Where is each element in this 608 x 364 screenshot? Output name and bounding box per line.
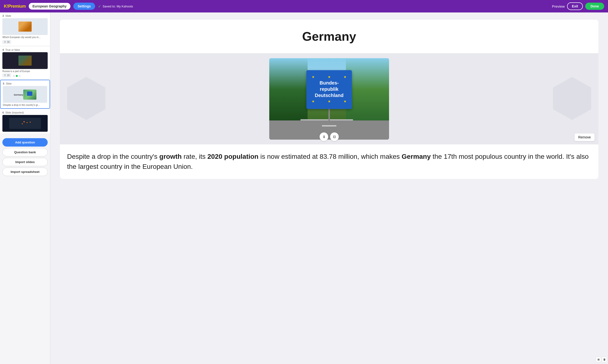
trees-right	[346, 58, 389, 120]
text-bold1: growth	[159, 153, 182, 160]
import-spreadsheet-button[interactable]: Import spreadsheet	[2, 168, 48, 176]
star-icon: ★	[328, 75, 331, 79]
sidebar-item-slide3[interactable]: 3 Slide Which European city would you m.…	[0, 13, 50, 46]
sidebar-item-slide4[interactable]: 4 True or false Russia is a part of Euro…	[0, 46, 50, 79]
nav-right-actions: Preview Exit Done	[552, 2, 604, 10]
progress-indicator	[13, 75, 21, 77]
image-info-button[interactable]: ℹ	[319, 132, 328, 141]
slide-thumbnail	[2, 18, 48, 35]
hex-decoration-left	[67, 77, 106, 121]
check-icon: ✓	[98, 4, 101, 9]
dot	[13, 75, 15, 77]
slide-image	[18, 22, 32, 32]
quiz-title-tag: European Geography	[29, 3, 70, 10]
slide-description: Despite a drop in the country's growth r…	[67, 152, 591, 172]
timer-icon: ⏱	[4, 74, 6, 77]
exit-button[interactable]: Exit	[567, 2, 583, 10]
slide-image	[18, 56, 32, 66]
germany-scene: ★ ★ ★ Bundes- republik Deutschland ★ ★ ★	[269, 58, 389, 140]
slide-thumbnail: Germany	[3, 86, 47, 103]
hex-decoration-right	[553, 77, 591, 121]
slide-map	[9, 118, 41, 129]
import-slides-button[interactable]: Import slides	[2, 158, 48, 166]
slide-inner	[2, 115, 48, 132]
slide-image-area: ★ ★ ★ Bundes- republik Deutschland ★ ★ ★	[60, 53, 598, 144]
dot-active	[16, 75, 18, 77]
slide-main-title: Germany	[65, 29, 594, 44]
slide-caption: Russia is a part of Europe	[2, 70, 48, 73]
sign-text-line2: republik	[312, 86, 347, 92]
slide-inner	[2, 52, 48, 69]
question-bank-button[interactable]: Question bank	[2, 148, 48, 156]
sign-text-line1: Bundes-	[312, 80, 347, 86]
slide-text-card: Despite a drop in the country's growth r…	[60, 144, 598, 179]
done-button[interactable]: Done	[585, 3, 604, 10]
slide-thumb-title: Germany	[14, 93, 23, 96]
star-icon: ★	[344, 75, 347, 79]
slide-caption: Which European city would you m...	[2, 36, 48, 39]
slide-type: Slide (imported)	[5, 111, 24, 114]
slide-caption: Despite a drop in the country's gr...	[3, 104, 47, 106]
slide-title-card: Germany	[60, 20, 598, 53]
sidebar-item-slide5[interactable]: 5 Slide Germany Despite a drop in the co…	[0, 80, 50, 109]
star-icon: ★	[344, 99, 347, 103]
star-icon: ★	[328, 99, 331, 103]
svg-marker-1	[553, 77, 591, 120]
trees-left	[269, 58, 308, 120]
image-controls: ℹ ⊡	[319, 132, 339, 141]
slide-type: Slide	[5, 14, 11, 17]
slide-type: True or false	[5, 48, 20, 51]
remove-image-button[interactable]: Remove	[574, 133, 595, 141]
slide-thumbnail	[2, 115, 48, 132]
dot	[19, 75, 21, 77]
slide-number: 3	[2, 14, 4, 17]
timer-badge: ⏱ 20	[2, 74, 11, 77]
sign-text-line3: Deutschland	[312, 92, 347, 98]
timer-badge: ⏱ 30	[2, 40, 11, 44]
slide-number: 6	[2, 111, 4, 114]
text-part2: rate, its	[182, 153, 207, 160]
saved-status: ✓ Saved to: My Kahoots	[98, 4, 549, 9]
text-bold2: 2020 population	[208, 153, 258, 160]
text-part1: Despite a drop in the country's	[67, 153, 159, 160]
preview-button[interactable]: Preview	[552, 4, 565, 8]
text-bold3: Germany	[402, 153, 431, 160]
eu-border-sign: ★ ★ ★ Bundes- republik Deutschland ★ ★ ★	[306, 70, 352, 109]
star-icon: ★	[312, 99, 315, 103]
main-layout: 3 Slide Which European city would you m.…	[0, 13, 608, 364]
main-content-area: Germany	[50, 13, 608, 364]
image-crop-button[interactable]: ⊡	[330, 132, 339, 141]
sidebar: 3 Slide Which European city would you m.…	[0, 13, 50, 364]
quiz-title: European Geography	[33, 4, 66, 8]
settings-button[interactable]: Settings	[73, 3, 95, 10]
guardrail	[300, 119, 353, 120]
sidebar-item-slide6[interactable]: 6 Slide (imported)	[0, 109, 50, 134]
svg-marker-0	[67, 77, 106, 120]
slide-type: Slide	[6, 82, 12, 85]
sidebar-actions: Add question Question bank Import slides…	[0, 136, 50, 178]
text-part3: is now estimated at 83.78 million, which…	[258, 153, 402, 160]
slide-thumbnail	[2, 52, 48, 69]
timer-icon: ⏱	[4, 41, 6, 43]
crop-icon: ⊡	[333, 135, 336, 139]
brand-logo: K!Premium	[4, 4, 26, 9]
slide-number: 5	[3, 82, 4, 85]
top-navigation: K!Premium European Geography Settings ✓ …	[0, 0, 608, 13]
slide-number: 4	[2, 48, 4, 51]
add-question-button[interactable]: Add question	[2, 138, 48, 147]
star-icon: ★	[312, 75, 315, 79]
info-icon: ℹ	[323, 135, 325, 139]
